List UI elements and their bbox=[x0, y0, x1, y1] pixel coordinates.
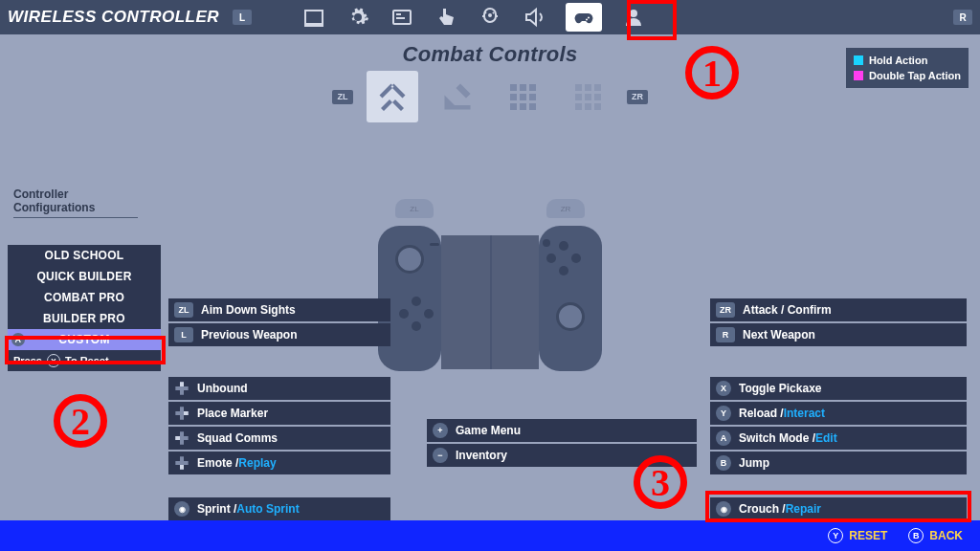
mode-next-badge: ZR bbox=[627, 90, 648, 104]
left-stick-icon bbox=[395, 245, 424, 274]
dpad-up-icon bbox=[174, 381, 189, 396]
legend-box: Hold Action Double Tap Action bbox=[846, 48, 969, 88]
bind-dpad-right[interactable]: Place Marker bbox=[168, 402, 390, 425]
config-combat-pro[interactable]: COMBAT PRO bbox=[8, 287, 161, 308]
config-list: OLD SCHOOL QUICK BUILDER COMBAT PRO BUIL… bbox=[8, 245, 161, 371]
mode-misc-icon[interactable] bbox=[562, 71, 613, 122]
bind-next-weapon[interactable]: RNext Weapon bbox=[710, 323, 967, 346]
config-old-school[interactable]: OLD SCHOOL bbox=[8, 245, 161, 266]
bind-left-stick[interactable]: ◉Sprint / Auto Sprint bbox=[168, 497, 390, 520]
bind-previous-weapon[interactable]: LPrevious Weapon bbox=[168, 323, 390, 346]
config-custom[interactable]: A CUSTOM bbox=[8, 329, 161, 350]
config-selected-chip: A bbox=[11, 333, 25, 346]
config-reset-hint: Press Y To Reset bbox=[8, 350, 161, 371]
bind-inventory[interactable]: −Inventory bbox=[427, 444, 697, 467]
legend-hold-swatch bbox=[854, 55, 863, 65]
minus-button-icon bbox=[430, 243, 439, 246]
legend-dtap-label: Double Tap Action bbox=[869, 68, 961, 83]
dpad-left-icon bbox=[174, 430, 189, 446]
bind-toggle-pickaxe[interactable]: XToggle Pickaxe bbox=[710, 377, 967, 400]
left-stick-chip-icon: ◉ bbox=[174, 501, 189, 517]
bind-attack-confirm[interactable]: ZRAttack / Confirm bbox=[710, 298, 967, 321]
dpad-icon bbox=[399, 297, 434, 331]
mode-build-icon[interactable] bbox=[432, 71, 483, 122]
zl-trigger-icon: ZL bbox=[395, 199, 434, 218]
svg-rect-8 bbox=[180, 465, 184, 470]
annotation-number-2: 2 bbox=[54, 394, 107, 448]
tab-video-icon[interactable] bbox=[301, 5, 326, 30]
controller-diagram: ZL ZR bbox=[378, 222, 602, 383]
mode-combat-icon[interactable] bbox=[367, 71, 418, 122]
plus-button-icon bbox=[543, 239, 550, 247]
mode-row: ZL ZR bbox=[332, 71, 648, 122]
right-stick-icon bbox=[556, 302, 585, 331]
tab-hud-icon[interactable] bbox=[390, 5, 414, 30]
svg-rect-2 bbox=[396, 17, 405, 19]
bind-dpad-down[interactable]: Emote / Replay bbox=[168, 452, 390, 474]
y-button-icon: Y bbox=[47, 354, 60, 367]
bind-right-stick[interactable]: ◉Crouch / Repair bbox=[710, 497, 967, 520]
footer-bar: YRESET BBACK bbox=[0, 520, 980, 551]
svg-rect-1 bbox=[396, 13, 401, 15]
zr-trigger-icon: ZR bbox=[546, 199, 585, 218]
svg-rect-5 bbox=[180, 382, 184, 386]
mode-edit-icon[interactable] bbox=[497, 71, 548, 122]
tab-controller-icon[interactable] bbox=[566, 3, 602, 32]
bind-reload[interactable]: YReload / Interact bbox=[710, 402, 967, 425]
page-title: WIRELESS CONTROLLER bbox=[8, 8, 219, 27]
svg-point-4 bbox=[630, 10, 637, 17]
bind-switch-mode[interactable]: ASwitch Mode / Edit bbox=[710, 427, 967, 450]
svg-rect-6 bbox=[184, 411, 189, 415]
bind-dpad-up[interactable]: Unbound bbox=[168, 377, 390, 400]
legend-dtap-swatch bbox=[854, 71, 863, 80]
bind-jump[interactable]: BJump bbox=[710, 452, 967, 474]
tab-audio-icon[interactable] bbox=[522, 5, 546, 30]
tab-input-icon[interactable] bbox=[478, 5, 502, 30]
top-tab-strip bbox=[301, 3, 646, 32]
tab-game-settings-icon[interactable] bbox=[345, 5, 370, 30]
mode-prev-badge: ZL bbox=[332, 90, 353, 104]
dpad-down-icon bbox=[174, 455, 189, 471]
config-heading: Controller Configurations bbox=[13, 187, 138, 218]
section-title: Combat Controls bbox=[0, 42, 980, 67]
r-bumper-badge: R bbox=[953, 10, 972, 25]
top-bar: WIRELESS CONTROLLER L R bbox=[0, 0, 980, 34]
l-bumper-badge: L bbox=[233, 10, 252, 25]
face-buttons-icon bbox=[546, 241, 581, 276]
footer-back-button[interactable]: BBACK bbox=[908, 528, 963, 543]
svg-point-3 bbox=[488, 13, 492, 17]
legend-hold-label: Hold Action bbox=[869, 53, 927, 68]
bind-dpad-left[interactable]: Squad Comms bbox=[168, 427, 390, 450]
dpad-right-icon bbox=[174, 406, 189, 421]
bind-game-menu[interactable]: +Game Menu bbox=[427, 419, 697, 442]
config-builder-pro[interactable]: BUILDER PRO bbox=[8, 308, 161, 329]
right-stick-chip-icon: ◉ bbox=[716, 501, 731, 517]
tab-account-icon[interactable] bbox=[621, 5, 646, 30]
bind-aim-down-sights[interactable]: ZLAim Down Sights bbox=[168, 298, 390, 321]
config-quick-builder[interactable]: QUICK BUILDER bbox=[8, 266, 161, 287]
tab-touch-icon[interactable] bbox=[434, 5, 458, 30]
footer-reset-button[interactable]: YRESET bbox=[828, 528, 887, 543]
svg-rect-7 bbox=[175, 436, 180, 440]
